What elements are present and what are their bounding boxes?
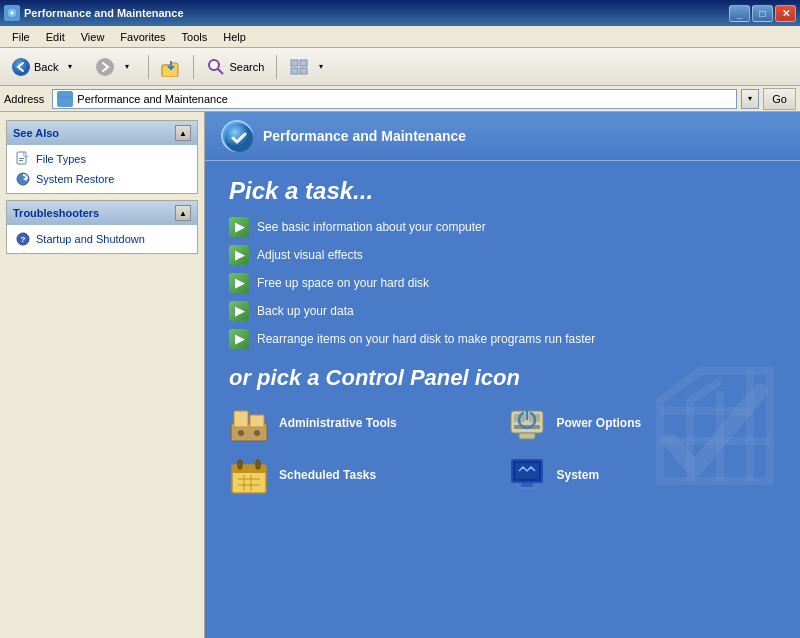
search-label: Search	[229, 61, 264, 73]
scheduled-tasks-icon	[229, 455, 269, 495]
task-arrow-3: ▶	[229, 301, 249, 321]
go-label: Go	[772, 93, 787, 105]
watermark	[640, 351, 790, 501]
main-area: See Also ▲ File Types	[0, 112, 800, 638]
title-bar: Performance and Maintenance _ □ ✕	[0, 0, 800, 26]
menu-favorites[interactable]: Favorites	[112, 29, 173, 45]
svg-rect-18	[234, 411, 248, 427]
close-button[interactable]: ✕	[775, 5, 796, 22]
left-panel: See Also ▲ File Types	[0, 112, 205, 638]
task-label-1: Adjust visual effects	[257, 248, 363, 262]
forward-dropdown[interactable]: ▾	[118, 57, 136, 77]
svg-point-21	[254, 430, 260, 436]
troubleshooters-section: Troubleshooters ▲ ? Startup and Shutdown	[6, 200, 198, 254]
go-button[interactable]: Go	[763, 88, 796, 110]
startup-icon: ?	[15, 231, 31, 247]
troubleshooters-content: ? Startup and Shutdown	[7, 225, 197, 253]
window-controls: _ □ ✕	[729, 5, 796, 22]
system-icon	[507, 455, 547, 495]
file-types-label: File Types	[36, 153, 86, 165]
task-arrow-0: ▶	[229, 217, 249, 237]
menu-edit[interactable]: Edit	[38, 29, 73, 45]
task-label-3: Back up your data	[257, 304, 354, 318]
view-button[interactable]: ▾	[282, 52, 337, 82]
admin-tools-label: Administrative Tools	[279, 416, 397, 430]
svg-rect-37	[521, 483, 533, 487]
system-restore-label: System Restore	[36, 173, 114, 185]
search-icon	[206, 57, 226, 77]
menu-tools[interactable]: Tools	[174, 29, 216, 45]
forward-button[interactable]: ▾	[88, 52, 143, 82]
see-also-collapse[interactable]: ▲	[175, 125, 191, 141]
admin-tools-icon	[229, 403, 269, 443]
svg-rect-19	[250, 415, 264, 427]
search-button[interactable]: Search	[199, 52, 271, 82]
svg-rect-7	[300, 60, 307, 66]
svg-rect-11	[19, 158, 24, 159]
see-also-title: See Also	[13, 127, 59, 139]
right-content: Performance and Maintenance Pick a task.…	[205, 112, 800, 638]
file-types-link[interactable]: File Types	[15, 151, 189, 167]
svg-rect-8	[291, 68, 298, 74]
back-icon	[11, 57, 31, 77]
scheduled-tasks-label: Scheduled Tasks	[279, 468, 376, 482]
task-item-1[interactable]: ▶ Adjust visual effects	[229, 245, 776, 265]
menu-bar: File Edit View Favorites Tools Help	[0, 26, 800, 48]
task-arrow-2: ▶	[229, 273, 249, 293]
startup-label: Startup and Shutdown	[36, 233, 145, 245]
back-button[interactable]: Back ▾	[4, 52, 86, 82]
svg-text:?: ?	[21, 235, 26, 244]
see-also-content: File Types System Restore	[7, 145, 197, 193]
view-dropdown[interactable]: ▾	[312, 57, 330, 77]
task-arrow-4: ▶	[229, 329, 249, 349]
folders-icon	[161, 57, 181, 77]
svg-point-4	[209, 60, 219, 70]
task-item-3[interactable]: ▶ Back up your data	[229, 301, 776, 321]
window-icon	[4, 5, 20, 21]
power-options-icon	[507, 403, 547, 443]
svg-rect-9	[300, 68, 307, 74]
svg-line-5	[218, 69, 223, 74]
svg-rect-30	[256, 460, 260, 469]
troubleshooters-collapse[interactable]: ▲	[175, 205, 191, 221]
task-label-0: See basic information about your compute…	[257, 220, 486, 234]
back-dropdown[interactable]: ▾	[61, 57, 79, 77]
menu-file[interactable]: File	[4, 29, 38, 45]
task-label-4: Rearrange items on your hard disk to mak…	[257, 332, 595, 346]
svg-point-2	[96, 58, 114, 76]
view-icon	[289, 57, 309, 77]
forward-icon	[95, 57, 115, 77]
minimize-button[interactable]: _	[729, 5, 750, 22]
menu-view[interactable]: View	[73, 29, 113, 45]
see-also-header[interactable]: See Also ▲	[7, 121, 197, 145]
back-label: Back	[34, 61, 58, 73]
startup-shutdown-link[interactable]: ? Startup and Shutdown	[15, 231, 189, 247]
scheduled-tasks-item[interactable]: Scheduled Tasks	[229, 455, 499, 495]
address-folder-icon	[57, 91, 73, 107]
toolbar-sep-2	[193, 55, 194, 79]
task-item-2[interactable]: ▶ Free up space on your hard disk	[229, 273, 776, 293]
address-dropdown[interactable]: ▾	[741, 89, 759, 109]
troubleshooters-header[interactable]: Troubleshooters ▲	[7, 201, 197, 225]
power-options-label: Power Options	[557, 416, 642, 430]
admin-tools-item[interactable]: Administrative Tools	[229, 403, 499, 443]
toolbar-sep-1	[148, 55, 149, 79]
address-label: Address	[4, 93, 48, 105]
system-restore-link[interactable]: System Restore	[15, 171, 189, 187]
file-types-icon	[15, 151, 31, 167]
svg-point-1	[12, 58, 30, 76]
folders-button[interactable]	[154, 52, 188, 82]
maximize-button[interactable]: □	[752, 5, 773, 22]
address-input-wrap: Performance and Maintenance	[52, 89, 737, 109]
task-arrow-1: ▶	[229, 245, 249, 265]
system-label: System	[557, 468, 600, 482]
task-item-4[interactable]: ▶ Rearrange items on your hard disk to m…	[229, 329, 776, 349]
svg-rect-12	[19, 160, 23, 161]
svg-rect-38	[517, 487, 537, 490]
window-title: Performance and Maintenance	[24, 7, 725, 19]
troubleshooters-title: Troubleshooters	[13, 207, 99, 219]
toolbar-sep-3	[276, 55, 277, 79]
menu-help[interactable]: Help	[215, 29, 254, 45]
task-item-0[interactable]: ▶ See basic information about your compu…	[229, 217, 776, 237]
svg-rect-26	[519, 433, 535, 439]
